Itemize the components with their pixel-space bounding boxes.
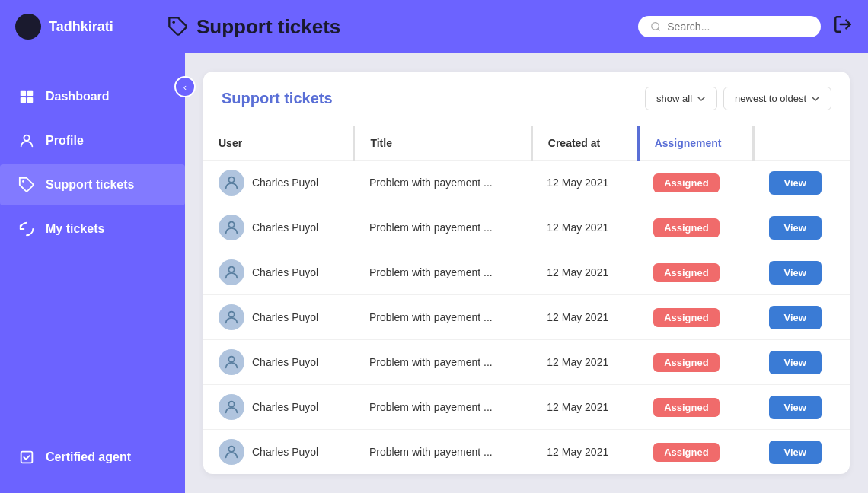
cell-action-6[interactable]: View xyxy=(754,430,850,475)
table-row: Charles Puyol Problem with payement ... … xyxy=(203,250,850,295)
view-button-4[interactable]: View xyxy=(769,351,822,374)
svg-rect-9 xyxy=(21,452,33,463)
cell-date-6: 12 May 2021 xyxy=(531,430,638,475)
cell-status-6: Assigned xyxy=(638,430,753,475)
user-avatar-6 xyxy=(219,439,244,465)
cell-title-4: Problem with payement ... xyxy=(354,340,531,385)
sidebar-label-support-tickets: Support tickets xyxy=(46,178,134,192)
sidebar-label-dashboard: Dashboard xyxy=(46,90,110,103)
my-tickets-icon xyxy=(18,221,35,237)
svg-point-16 xyxy=(228,447,234,452)
status-badge-2: Assigned xyxy=(653,263,720,282)
cell-action-2[interactable]: View xyxy=(754,250,850,295)
svg-point-8 xyxy=(22,180,24,183)
user-avatar-2 xyxy=(219,259,244,285)
col-header-created-at: Created at xyxy=(531,126,638,161)
user-avatar-3 xyxy=(219,304,244,330)
table-row: Charles Puyol Problem with payement ... … xyxy=(203,385,850,430)
sidebar-item-dashboard[interactable]: Dashboard xyxy=(0,76,185,117)
view-button-5[interactable]: View xyxy=(769,396,822,419)
col-header-user: User xyxy=(203,126,354,161)
svg-point-15 xyxy=(228,402,234,407)
user-name-0: Charles Puyol xyxy=(252,177,318,189)
tickets-icon xyxy=(18,177,35,193)
cell-title-6: Problem with payement ... xyxy=(354,430,531,475)
sidebar-item-support-tickets[interactable]: Support tickets xyxy=(0,164,185,205)
cell-title-0: Problem with payement ... xyxy=(354,161,531,205)
svg-point-7 xyxy=(24,135,29,141)
page-title: Support tickets xyxy=(168,15,638,39)
cell-action-5[interactable]: View xyxy=(754,385,850,430)
tickets-card: Support tickets show all newest to oldes… xyxy=(203,72,850,474)
svg-rect-4 xyxy=(27,91,33,96)
certified-label: Certified agent xyxy=(46,450,131,464)
svg-rect-5 xyxy=(21,97,26,103)
col-header-assignement: Assignement xyxy=(638,126,753,161)
search-input[interactable] xyxy=(667,21,809,33)
cell-status-5: Assigned xyxy=(638,385,753,430)
cell-status-3: Assigned xyxy=(638,295,753,340)
cell-date-0: 12 May 2021 xyxy=(531,161,638,205)
cell-user-5: Charles Puyol xyxy=(203,385,354,430)
view-button-1[interactable]: View xyxy=(769,216,822,240)
tickets-section-title: Support tickets xyxy=(222,90,333,107)
svg-rect-6 xyxy=(27,97,33,103)
status-badge-6: Assigned xyxy=(653,443,720,462)
svg-rect-3 xyxy=(21,91,26,96)
cell-title-5: Problem with payement ... xyxy=(354,385,531,430)
chevron-down-icon-2 xyxy=(811,94,820,103)
filter-order-button[interactable]: newest to oldest xyxy=(723,87,831,110)
cell-status-2: Assigned xyxy=(638,250,753,295)
sidebar-nav: Dashboard Profile Supp xyxy=(0,68,185,257)
cell-action-4[interactable]: View xyxy=(754,340,850,385)
view-button-3[interactable]: View xyxy=(769,306,822,329)
cell-user-1: Charles Puyol xyxy=(203,205,354,250)
svg-point-13 xyxy=(228,312,234,317)
cell-user-3: Charles Puyol xyxy=(203,295,354,340)
cell-date-2: 12 May 2021 xyxy=(531,250,638,295)
table-row: Charles Puyol Problem with payement ... … xyxy=(203,205,850,250)
main-layout: ‹ Dashboard xyxy=(0,53,868,493)
view-button-2[interactable]: View xyxy=(769,261,822,285)
status-badge-4: Assigned xyxy=(653,353,720,372)
view-button-6[interactable]: View xyxy=(769,441,822,464)
user-name-1: Charles Puyol xyxy=(252,221,318,234)
user-name-4: Charles Puyol xyxy=(252,356,318,368)
user-name-3: Charles Puyol xyxy=(252,311,318,323)
user-name-6: Charles Puyol xyxy=(252,446,318,458)
cell-user-0: Charles Puyol xyxy=(203,161,354,205)
tickets-table: User Title Created at Assignement xyxy=(203,126,850,474)
status-badge-3: Assigned xyxy=(653,308,720,327)
cell-action-1[interactable]: View xyxy=(754,205,850,250)
status-badge-0: Assigned xyxy=(653,173,720,192)
sidebar-bottom-certified[interactable]: Certified agent xyxy=(0,437,185,478)
user-name-2: Charles Puyol xyxy=(252,266,318,278)
cell-date-5: 12 May 2021 xyxy=(531,385,638,430)
logo-circle xyxy=(15,14,41,40)
cell-action-3[interactable]: View xyxy=(754,295,850,340)
header: Tadhkirati Support tickets xyxy=(0,0,868,53)
dashboard-icon xyxy=(18,88,35,105)
view-button-0[interactable]: View xyxy=(769,171,822,195)
certified-icon xyxy=(18,449,35,466)
search-box[interactable] xyxy=(638,16,821,37)
cell-date-1: 12 May 2021 xyxy=(531,205,638,250)
tag-icon xyxy=(168,16,189,37)
cell-status-4: Assigned xyxy=(638,340,753,385)
svg-point-12 xyxy=(228,267,234,272)
svg-point-0 xyxy=(172,21,175,24)
cell-user-6: Charles Puyol xyxy=(203,430,354,475)
cell-date-4: 12 May 2021 xyxy=(531,340,638,385)
logout-button[interactable] xyxy=(833,14,853,39)
table-row: Charles Puyol Problem with payement ... … xyxy=(203,295,850,340)
sidebar-item-profile[interactable]: Profile xyxy=(0,120,185,161)
cell-date-3: 12 May 2021 xyxy=(531,295,638,340)
sidebar-item-my-tickets[interactable]: My tickets xyxy=(0,208,185,250)
logo: Tadhkirati xyxy=(15,14,168,40)
sidebar-toggle[interactable]: ‹ xyxy=(174,76,196,97)
filter-show-all-button[interactable]: show all xyxy=(645,87,717,110)
logo-text: Tadhkirati xyxy=(49,19,113,35)
table-row: Charles Puyol Problem with payement ... … xyxy=(203,161,850,205)
cell-action-0[interactable]: View xyxy=(754,161,850,205)
table-header-row: User Title Created at Assignement xyxy=(203,126,850,161)
